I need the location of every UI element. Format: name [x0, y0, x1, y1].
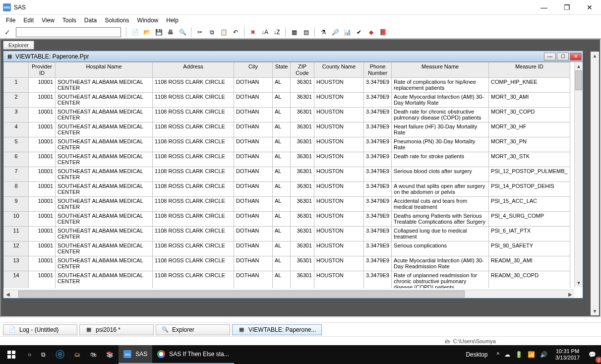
table-row[interactable]: 410001SOUTHEAST ALABAMA MEDICAL CENTER11… — [4, 122, 570, 137]
cell[interactable]: AL — [273, 78, 291, 93]
cell[interactable]: 3.3479E9 — [364, 93, 392, 108]
col-header[interactable]: Provider ID — [29, 62, 56, 78]
cell[interactable]: HOUSTON — [314, 242, 364, 256]
query-icon[interactable]: 📊 — [342, 27, 353, 38]
clock[interactable]: 10:31 PM 3/13/2017 — [551, 348, 584, 361]
where-icon[interactable]: 🔎 — [330, 27, 341, 38]
cell[interactable]: PSI_12_POSTOP_PULMEMB_ — [489, 167, 570, 182]
cell[interactable]: SOUTHEAST ALABAMA MEDICAL CENTER — [56, 242, 153, 256]
cell[interactable]: 10001 — [29, 242, 56, 256]
cell[interactable]: HOUSTON — [314, 256, 364, 271]
scroll-right-icon[interactable]: ▶ — [566, 290, 574, 298]
menu-data[interactable]: Data — [80, 16, 101, 25]
cell[interactable]: HOUSTON — [314, 167, 364, 182]
window-tab[interactable]: ▦psi2016 * — [79, 324, 154, 335]
cell[interactable]: 36301 — [291, 271, 314, 289]
col-header[interactable]: State — [273, 62, 291, 78]
tray-overflow-icon[interactable]: ^ — [496, 351, 499, 358]
new-icon[interactable]: 📄 — [129, 27, 140, 38]
cell[interactable]: PSI_6_IAT_PTX — [489, 227, 570, 242]
cell[interactable]: 1108 ROSS CLARK CIRCLE — [153, 197, 234, 212]
menu-view[interactable]: View — [38, 16, 59, 25]
rownum-cell[interactable]: 6 — [4, 152, 29, 167]
cell[interactable]: Death rate for stroke patients — [392, 152, 489, 167]
cell[interactable]: 36301 — [291, 167, 314, 182]
menu-edit[interactable]: Edit — [19, 16, 38, 25]
rownum-cell[interactable]: 11 — [4, 227, 29, 242]
cell[interactable]: DOTHAN — [234, 197, 273, 212]
cell[interactable]: AL — [273, 122, 291, 137]
cell[interactable]: 3.3479E9 — [364, 182, 392, 197]
taskbar-sas[interactable]: sas SAS — [119, 345, 152, 364]
cell[interactable]: HOUSTON — [314, 93, 364, 108]
cell[interactable]: READM_30_COPD — [489, 271, 570, 289]
cell[interactable]: AL — [273, 182, 291, 197]
rownum-cell[interactable]: 13 — [4, 256, 29, 271]
edge-icon[interactable]: ⓔ — [51, 345, 69, 364]
cell[interactable]: Serious blood clots after surgery — [392, 167, 489, 182]
cell[interactable]: 10001 — [29, 93, 56, 108]
cell[interactable]: 3.3479E9 — [364, 78, 392, 93]
cell[interactable]: 3.3479E9 — [364, 271, 392, 289]
cell[interactable]: AL — [273, 152, 291, 167]
cell[interactable]: AL — [273, 227, 291, 242]
scroll-left-icon[interactable]: ◀ — [3, 290, 12, 298]
undo-icon[interactable]: ↶ — [230, 27, 241, 38]
vt-maximize-button[interactable]: ☐ — [557, 53, 569, 61]
cell[interactable]: SOUTHEAST ALABAMA MEDICAL CENTER — [56, 108, 153, 122]
cell[interactable]: 1108 ROSS CLARK CIRCLE — [153, 212, 234, 227]
cell[interactable]: AL — [273, 242, 291, 256]
cell[interactable]: A wound that splits open after surgery o… — [392, 182, 489, 197]
scroll-down-icon[interactable]: ▼ — [591, 307, 599, 315]
cell[interactable]: HOUSTON — [314, 212, 364, 227]
cell[interactable]: 1108 ROSS CLARK CIRCLE — [153, 108, 234, 122]
cell[interactable]: AL — [273, 93, 291, 108]
col-header[interactable]: Measure Name — [392, 62, 489, 78]
rownum-cell[interactable]: 3 — [4, 108, 29, 122]
cell[interactable]: DOTHAN — [234, 108, 273, 122]
cell[interactable]: MORT_30_PN — [489, 137, 570, 152]
cell[interactable]: 10001 — [29, 137, 56, 152]
window-tab[interactable]: 📄Log - (Untitled) — [3, 324, 77, 335]
cell[interactable]: PSI_15_ACC_LAC — [489, 197, 570, 212]
col-header[interactable]: City — [234, 62, 273, 78]
col-header[interactable]: Measure ID — [489, 62, 570, 78]
cell[interactable]: 1108 ROSS CLARK CIRCLE — [153, 227, 234, 242]
vt-close-button[interactable]: ✕ — [570, 53, 582, 61]
table-row[interactable]: 210001SOUTHEAST ALABAMA MEDICAL CENTER11… — [4, 93, 570, 108]
cell[interactable]: 3.3479E9 — [364, 256, 392, 271]
explorer-tab[interactable]: Explorer — [3, 41, 34, 50]
print-icon[interactable]: 🖶 — [165, 27, 176, 38]
cell[interactable]: SOUTHEAST ALABAMA MEDICAL CENTER — [56, 93, 153, 108]
help-icon[interactable]: 📕 — [377, 27, 388, 38]
wifi-icon[interactable]: 📶 — [528, 351, 535, 358]
cell[interactable]: AL — [273, 137, 291, 152]
col-header[interactable]: Hospital Name — [56, 62, 153, 78]
cell[interactable]: HOUSTON — [314, 271, 364, 289]
cell[interactable]: PSI_90_SAFETY — [489, 242, 570, 256]
table-row[interactable]: 1310001SOUTHEAST ALABAMA MEDICAL CENTER1… — [4, 256, 570, 271]
submit-button[interactable]: ✓ — [2, 27, 13, 38]
cell[interactable]: 10001 — [29, 122, 56, 137]
cell[interactable]: 36301 — [291, 197, 314, 212]
scroll-down-icon[interactable]: ▼ — [575, 279, 583, 287]
cell[interactable]: 36301 — [291, 108, 314, 122]
save-icon[interactable]: 💾 — [153, 27, 164, 38]
scroll-thumb[interactable] — [18, 291, 465, 298]
cell[interactable]: HOUSTON — [314, 197, 364, 212]
mdi-scrollbar[interactable]: ▲ ▼ — [591, 52, 599, 315]
cell[interactable]: DOTHAN — [234, 256, 273, 271]
cell[interactable]: DOTHAN — [234, 152, 273, 167]
table-row[interactable]: 610001SOUTHEAST ALABAMA MEDICAL CENTER11… — [4, 152, 570, 167]
cell[interactable]: MORT_30_COPD — [489, 108, 570, 122]
cell[interactable]: SOUTHEAST ALABAMA MEDICAL CENTER — [56, 137, 153, 152]
cell[interactable]: 3.3479E9 — [364, 212, 392, 227]
commit-icon[interactable]: ✔ — [354, 27, 364, 38]
cell[interactable]: 3.3479E9 — [364, 197, 392, 212]
window-tab[interactable]: 🔍Explorer — [156, 324, 230, 335]
cell[interactable]: Acute Myocardial Infarction (AMI) 30-Day… — [392, 256, 489, 271]
cell[interactable]: DOTHAN — [234, 122, 273, 137]
table-row[interactable]: 310001SOUTHEAST ALABAMA MEDICAL CENTER11… — [4, 108, 570, 122]
cell[interactable]: Collapsed lung due to medical treatment — [392, 227, 489, 242]
show-desktop-label[interactable]: Desktop — [461, 345, 492, 364]
